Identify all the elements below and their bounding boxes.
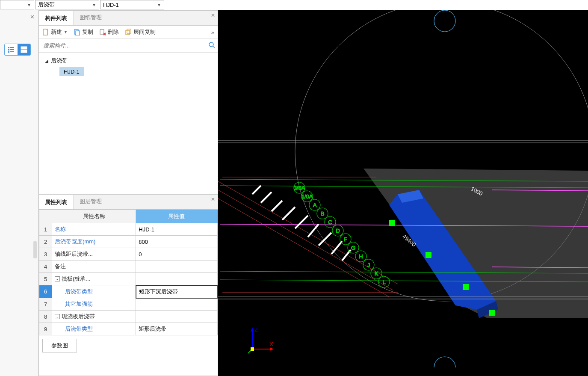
tab-component-list[interactable]: 构件列表 [39,11,74,25]
svg-rect-46 [425,252,431,258]
table-row[interactable]: 5-筏板(桩承... [39,273,218,285]
svg-line-43 [331,241,342,254]
svg-marker-66 [270,347,274,351]
tree-root-node[interactable]: ◢ 后浇带 [45,57,212,65]
svg-rect-48 [489,310,495,316]
collapse-icon[interactable]: ◢ [45,59,48,63]
grid-axis-label: C [328,219,332,225]
table-row[interactable]: 3轴线距后浇带...0 [39,248,218,261]
grid-axis-label: A [313,202,317,208]
copy-button[interactable]: 复制 [74,28,93,36]
drag-handle[interactable] [33,241,37,258]
grid-axis-label: K [375,270,378,277]
tree-root-label: 后浇带 [51,57,68,65]
table-row[interactable]: 7其它加强筋 [39,298,218,311]
axis-gizmo: Z X [246,326,276,357]
svg-rect-45 [389,220,395,226]
grid-axis-label: 3/0A [294,185,305,191]
svg-rect-6 [21,47,27,49]
dropdown-category-value: 后浇带 [38,1,55,9]
grid-axis-label: F [344,236,347,243]
property-name: 备注 [52,261,136,273]
dropdown-category[interactable]: 后浇带 ▼ [35,0,99,9]
table-row[interactable]: 8-现浇板后浇带 [39,311,218,323]
svg-rect-68 [251,347,254,351]
tab-properties[interactable]: 属性列表 [39,195,74,209]
row-number: 4 [39,261,52,273]
table-row[interactable]: 9后浇带类型矩形后浇带 [39,323,218,335]
new-label: 新建 [51,28,62,36]
delete-icon [99,29,106,36]
svg-rect-47 [463,284,469,290]
close-icon[interactable]: ✕ [211,12,215,18]
svg-marker-64 [251,328,254,332]
close-icon[interactable]: ✕ [211,196,215,202]
property-value[interactable]: 矩形下沉后浇带 [136,285,217,298]
property-name: -筏板(桩承... [52,273,136,285]
svg-line-41 [308,224,319,237]
delete-button[interactable]: 删除 [99,28,119,36]
property-value[interactable]: 800 [136,236,217,248]
tab-drawing-mgmt[interactable]: 图纸管理 [74,11,108,25]
search-row [39,39,218,53]
close-icon[interactable]: ✕ [30,14,35,20]
card-view-icon[interactable] [18,44,30,55]
table-row[interactable]: 4备注 [39,261,218,273]
svg-rect-11 [100,30,104,34]
list-view-icon[interactable] [5,44,18,55]
col-rownum [39,210,52,223]
more-icon[interactable]: » [211,29,214,36]
property-value[interactable] [136,311,217,323]
property-name: 名称 [52,223,136,236]
floor-copy-icon [125,29,132,36]
top-dropdown-bar: ▼ 后浇带 ▼ HJD-1 ▼ [0,0,588,10]
row-number: 9 [39,323,52,335]
svg-rect-7 [21,50,27,53]
delete-label: 删除 [108,28,119,36]
property-value[interactable] [136,273,217,285]
chevron-down-icon: ▼ [157,3,161,7]
property-value[interactable]: 0 [136,248,217,261]
table-row[interactable]: 2后浇带宽度(mm)800 [39,236,218,248]
col-propname: 属性名称 [52,210,136,223]
component-tabs: 构件列表 图纸管理 [39,11,218,26]
dropdown-1[interactable]: ▼ [0,0,34,9]
svg-line-37 [261,192,272,203]
dropdown-element[interactable]: HJD-1 ▼ [100,0,164,9]
3d-scene: 3/0A1/0AABCDFGHJKL 1000 49400 [218,10,588,376]
svg-line-40 [295,216,308,228]
chevron-down-icon: ▼ [64,30,68,34]
property-value[interactable]: HJD-1 [136,223,217,236]
property-value[interactable] [136,261,217,273]
chevron-down-icon: ▼ [27,3,31,7]
grid-axis-label: G [351,245,355,251]
table-row[interactable]: 6后浇带类型矩形下沉后浇带 [39,285,218,298]
new-button[interactable]: 新建 ▼ [42,28,68,36]
row-number: 5 [39,273,52,285]
expander-icon[interactable]: - [55,276,60,281]
component-toolbar: 新建 ▼ 复制 删除 层间复制 » [39,26,218,39]
property-value[interactable]: 矩形后浇带 [136,323,217,335]
row-number: 1 [39,223,52,236]
floor-copy-button[interactable]: 层间复制 [125,28,156,36]
svg-rect-5 [10,51,14,52]
svg-line-15 [213,46,215,48]
tree-child-node[interactable]: HJD-1 [59,67,84,76]
expander-icon[interactable]: - [55,314,60,319]
svg-rect-4 [8,51,9,53]
svg-point-17 [434,10,455,32]
floor-copy-label: 层间复制 [133,28,156,36]
axis-z-label: Z [254,326,258,333]
row-number: 8 [39,311,52,323]
left-sidebar: ✕ [0,10,38,376]
param-diagram-button[interactable]: 参数图 [42,339,77,352]
tab-layers[interactable]: 图层管理 [74,195,108,209]
properties-panel: ✕ 属性列表 图层管理 属性名称 属性值 1名称HJD-12后浇带宽度(mm)8… [38,194,218,376]
table-row[interactable]: 1名称HJD-1 [39,223,218,236]
property-name: 后浇带类型 [52,285,136,298]
search-input[interactable] [41,41,208,50]
3d-viewport[interactable]: 3/0A1/0AABCDFGHJKL 1000 49400 Z X [218,10,588,376]
property-value[interactable] [136,298,217,311]
search-icon[interactable] [208,41,215,50]
grid-axis-label: D [336,228,340,234]
